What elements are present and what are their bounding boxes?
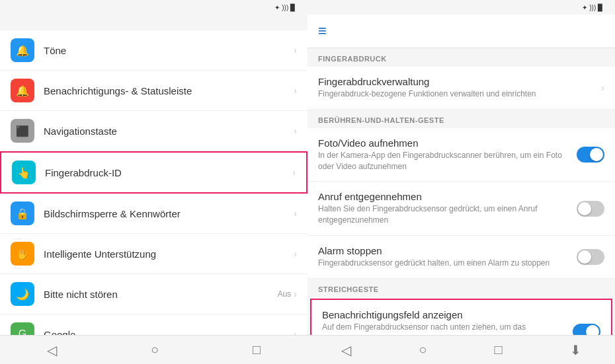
right-status-right: ✦ ))) ▉ xyxy=(582,4,607,11)
section-header-streichgeste: STREICHGESTE xyxy=(308,279,615,297)
benachrichtigungsfeld-toggle[interactable] xyxy=(573,324,600,335)
anruf-subtitle: Halten Sie den Fingerabdrucksensor gedrü… xyxy=(318,203,577,226)
right-header: ≡ xyxy=(308,15,615,48)
bildschirmsperre-chevron: › xyxy=(294,208,297,219)
right-content: FINGERABDRUCKFingerabdruckverwaltungFing… xyxy=(308,48,615,335)
bitte-icon: 🌙 xyxy=(11,282,34,306)
benachrichtigungsfeld-subtitle: Auf dem Fingerabdrucksensor nach unten z… xyxy=(322,322,573,335)
alarm-subtitle: Fingerabdrucksensor gedrückt halten, um … xyxy=(318,258,577,269)
nav-home-left[interactable]: ○ xyxy=(138,337,172,363)
alarm-toggle-knob xyxy=(578,250,591,264)
nav-recent-left[interactable]: □ xyxy=(239,337,274,363)
left-status-right: ✦ ))) ▉ xyxy=(274,4,300,11)
verwaltung-subtitle: Fingerabdruck-bezogene Funktionen verwal… xyxy=(318,89,596,100)
benachrichtigungsfeld-toggle-knob xyxy=(586,325,599,335)
fingerabdruck-label: Fingerabdruck-ID xyxy=(45,167,292,178)
settings-item-fingerabdruck[interactable]: 👆Fingerabdruck-ID› xyxy=(0,151,308,194)
alarm-title: Alarm stoppen xyxy=(318,245,577,256)
intelligente-label: Intelligente Unterstützung xyxy=(44,248,294,260)
right-bottom-nav: ◁ ○ □ ⬇ xyxy=(308,335,615,364)
bitte-label: Bitte nicht stören xyxy=(44,289,278,300)
intelligente-icon: ✋ xyxy=(11,242,34,266)
right-item-benachrichtigungsfeld[interactable]: Benachrichtigungsfeld anzeigenAuf dem Fi… xyxy=(310,299,612,335)
foto-video-subtitle: In der Kamera-App den Fingerabdruckscann… xyxy=(318,150,577,172)
nav-recent-right[interactable]: □ xyxy=(481,337,516,363)
hamburger-icon[interactable]: ≡ xyxy=(318,22,327,40)
nav-back-left[interactable]: ◁ xyxy=(34,337,70,363)
navigationstaste-chevron: › xyxy=(294,126,297,136)
settings-list: 🔔Töne›🔔Benachrichtigungs- & Statusleiste… xyxy=(0,30,308,335)
nav-down-right[interactable]: ⬇ xyxy=(557,337,594,363)
foto-video-toggle-knob xyxy=(590,148,603,161)
left-bottom-nav: ◁ ○ □ xyxy=(0,335,308,364)
nav-back-right[interactable]: ◁ xyxy=(328,337,364,363)
fingerabdruck-icon: 👆 xyxy=(12,161,36,184)
right-item-foto-video[interactable]: Foto/Video aufnehmenIn der Kamera-App de… xyxy=(308,128,615,182)
anruf-toggle[interactable] xyxy=(577,201,604,217)
left-status-bar: ✦ ))) ▉ xyxy=(0,0,308,15)
right-item-anruf[interactable]: Anruf entgegennehmenHalten Sie den Finge… xyxy=(308,182,615,236)
anruf-title: Anruf entgegennehmen xyxy=(318,191,577,202)
benachrichtigungen-label: Benachrichtigungs- & Statusleiste xyxy=(44,85,294,96)
benachrichtigungsfeld-title: Benachrichtigungsfeld anzeigen xyxy=(322,309,573,320)
intelligente-chevron: › xyxy=(294,248,297,259)
verwaltung-chevron: › xyxy=(601,83,604,93)
navigationstaste-label: Navigationstaste xyxy=(44,126,294,137)
right-panel: ✦ ))) ▉ ≡ FINGERABDRUCKFingerabdruckverw… xyxy=(308,0,615,364)
right-item-alarm[interactable]: Alarm stoppenFingerabdrucksensor gedrück… xyxy=(308,236,615,279)
verwaltung-title: Fingerabdruckverwaltung xyxy=(318,76,596,87)
settings-item-intelligente[interactable]: ✋Intelligente Unterstützung› xyxy=(0,234,308,274)
google-icon: G xyxy=(11,322,34,335)
right-status-bar: ✦ ))) ▉ xyxy=(308,0,615,15)
alarm-toggle[interactable] xyxy=(577,249,604,265)
settings-item-benachrichtigungen[interactable]: 🔔Benachrichtigungs- & Statusleiste› xyxy=(0,71,308,111)
left-status-icons: ✦ ))) ▉ xyxy=(274,4,296,11)
toene-label: Töne xyxy=(44,45,294,56)
benachrichtigungen-icon: 🔔 xyxy=(11,79,34,102)
right-item-verwaltung[interactable]: FingerabdruckverwaltungFingerabdruck-bez… xyxy=(308,67,615,110)
nav-home-right[interactable]: ○ xyxy=(405,337,440,363)
settings-item-bitte[interactable]: 🌙Bitte nicht störenAus› xyxy=(0,274,308,314)
navigationstaste-icon: ⬛ xyxy=(11,119,34,143)
settings-title xyxy=(0,15,308,30)
fingerabdruck-chevron: › xyxy=(292,167,296,178)
right-status-icons: ✦ ))) ▉ xyxy=(582,4,603,11)
settings-item-google[interactable]: GGoogle› xyxy=(0,314,308,335)
bildschirmsperre-label: Bildschirmsperre & Kennwörter xyxy=(44,208,294,219)
bildschirmsperre-icon: 🔒 xyxy=(11,201,34,225)
toene-chevron: › xyxy=(294,45,297,55)
bitte-chevron: › xyxy=(294,289,297,299)
settings-item-toene[interactable]: 🔔Töne› xyxy=(0,30,308,71)
toene-icon: 🔔 xyxy=(11,38,34,62)
settings-item-bildschirmsperre[interactable]: 🔒Bildschirmsperre & Kennwörter› xyxy=(0,194,308,234)
google-label: Google xyxy=(44,329,294,336)
anruf-toggle-knob xyxy=(578,202,591,215)
foto-video-title: Foto/Video aufnehmen xyxy=(318,137,577,149)
settings-item-navigationstaste[interactable]: ⬛Navigationstaste› xyxy=(0,111,308,151)
benachrichtigungen-chevron: › xyxy=(294,85,297,96)
section-header-berühren-und-halten-geste: BERÜHREN-UND-HALTEN-GESTE xyxy=(308,110,615,128)
left-panel: ✦ ))) ▉ 🔔Töne›🔔Benachrichtigungs- & Stat… xyxy=(0,0,308,364)
foto-video-toggle[interactable] xyxy=(577,147,604,163)
google-chevron: › xyxy=(294,329,297,335)
section-header-fingerabdruck: FINGERABDRUCK xyxy=(308,48,615,67)
bitte-sub: Aus xyxy=(278,289,292,299)
